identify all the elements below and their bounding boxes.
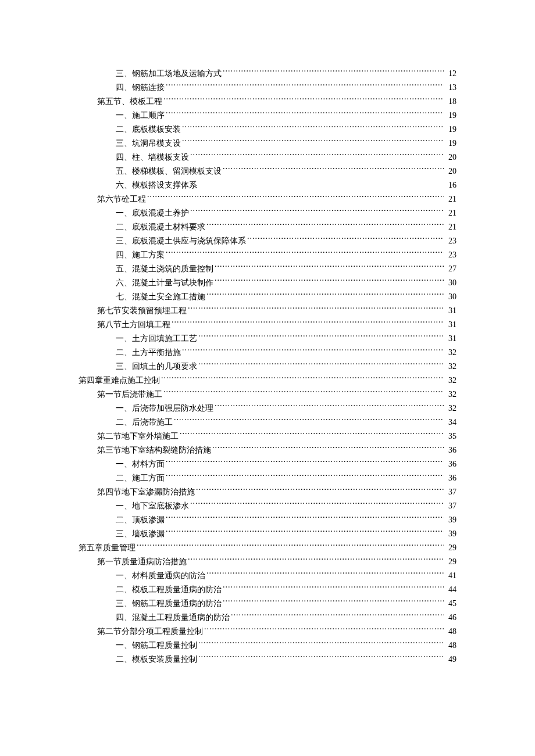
toc-label: 二、模板工程质量通病的防治 — [116, 583, 222, 597]
toc-page-number: 23 — [445, 248, 456, 262]
toc-entry: 二、底板混凝土材料要求21 — [79, 220, 456, 234]
toc-entry: 二、土方平衡措施32 — [79, 346, 456, 360]
toc-page-number: 39 — [445, 527, 456, 541]
toc-page-number: 21 — [445, 220, 456, 234]
toc-leader — [174, 417, 444, 425]
toc-leader — [163, 389, 444, 397]
toc-entry: 二、模板安装质量控制49 — [79, 653, 456, 667]
toc-entry: 第三节地下室结构裂缝防治措施36 — [79, 443, 456, 457]
toc-label: 第二节分部分项工程质量控制 — [97, 625, 203, 639]
toc-label: 三、墙板渗漏 — [116, 527, 165, 541]
toc-page-number: 19 — [445, 123, 456, 137]
toc-entry: 一、底板混凝土养护21 — [79, 206, 456, 220]
toc-leader — [166, 82, 444, 90]
toc-page-number: 31 — [445, 332, 456, 346]
toc-label: 一、底板混凝土养护 — [116, 206, 189, 220]
toc-leader — [166, 528, 444, 536]
toc-page-number: 39 — [445, 513, 456, 527]
toc-leader — [166, 110, 444, 118]
toc-label: 第六节砼工程 — [97, 192, 146, 206]
toc-page-number: 32 — [445, 402, 456, 415]
toc-entry: 一、钢筋工程质量控制48 — [79, 639, 456, 653]
toc-page-number: 36 — [445, 443, 456, 457]
toc-entry: 二、模板工程质量通病的防治44 — [79, 583, 456, 597]
toc-leader — [198, 333, 444, 341]
toc-entry: 七、混凝土安全施工措施30 — [79, 290, 456, 304]
toc-page-number: 48 — [445, 625, 456, 639]
toc-leader — [188, 305, 444, 313]
toc-label: 二、后浇带施工 — [116, 415, 173, 429]
toc-entry: 三、回填土的几项要求32 — [79, 360, 456, 374]
toc-label: 四、柱、墙模板支设 — [116, 151, 189, 164]
toc-leader — [163, 96, 444, 104]
toc-entry: 三、钢筋加工场地及运输方式12 — [79, 67, 456, 81]
toc-page-number: 32 — [445, 388, 456, 402]
toc-label: 六、混凝土计量与试块制作 — [116, 276, 213, 290]
toc-label: 三、回填土的几项要求 — [116, 360, 197, 374]
toc-entry: 第七节安装预留预埋工程31 — [79, 304, 456, 318]
toc-label: 一、施工顺序 — [116, 109, 165, 123]
toc-label: 第四节地下室渗漏防治措施 — [97, 485, 195, 499]
toc-label: 第一节质量通病防治措施 — [97, 555, 187, 569]
toc-leader — [166, 249, 444, 257]
toc-leader — [223, 584, 444, 592]
toc-leader — [147, 194, 444, 202]
toc-entry: 六、模板搭设支撑体系16 — [79, 178, 456, 192]
toc-entry: 二、施工方面36 — [79, 471, 456, 485]
toc-label: 二、施工方面 — [116, 471, 165, 485]
toc-leader — [172, 319, 444, 327]
toc-label: 第五节、模板工程 — [97, 95, 162, 109]
toc-page-number: 29 — [445, 541, 456, 555]
toc-leader — [190, 152, 444, 160]
toc-leader — [180, 431, 444, 439]
toc-entry: 四、施工方案23 — [79, 248, 456, 262]
toc-label: 三、坑洞吊模支设 — [116, 137, 181, 151]
toc-entry: 一、材料质量通病的防治41 — [79, 569, 456, 583]
toc-leader — [161, 375, 444, 383]
toc-label: 四、施工方案 — [116, 248, 165, 262]
toc-page-number: 21 — [445, 192, 456, 206]
toc-entry: 四、混凝土工程质量通病的防治46 — [79, 611, 456, 625]
toc-leader — [223, 166, 444, 174]
toc-entry: 第一节质量通病防治措施29 — [79, 555, 456, 569]
toc-page-number: 20 — [445, 164, 456, 178]
toc-page-number: 44 — [445, 583, 456, 597]
toc-label: 一、材料方面 — [116, 457, 165, 471]
toc-page-number: 27 — [445, 262, 456, 276]
toc-page-number: 18 — [445, 95, 456, 109]
toc-entry: 第五节、模板工程18 — [79, 95, 456, 109]
toc-leader — [247, 235, 444, 243]
toc-label: 一、后浇带加强层防水处理 — [116, 402, 213, 415]
toc-label: 四、钢筋连接 — [116, 81, 165, 95]
toc-label: 三、钢筋加工场地及运输方式 — [116, 67, 222, 81]
toc-entry: 第一节后浇带施工32 — [79, 388, 456, 402]
toc-leader — [166, 472, 444, 481]
toc-leader — [196, 486, 444, 495]
toc-leader — [215, 403, 444, 411]
toc-leader — [204, 626, 444, 634]
toc-leader — [182, 347, 444, 355]
toc-page-number: 32 — [445, 374, 456, 388]
toc-leader — [215, 263, 444, 271]
toc-label: 二、模板安装质量控制 — [116, 653, 197, 667]
toc-label: 第一节后浇带施工 — [97, 388, 162, 402]
toc-entry: 第八节土方回填工程31 — [79, 318, 456, 332]
toc-page-number: 23 — [445, 234, 456, 248]
toc-entry: 三、墙板渗漏39 — [79, 527, 456, 541]
toc-entry: 二、底板模板安装19 — [79, 123, 456, 137]
toc-page-number: 32 — [445, 360, 456, 374]
toc-entry: 一、施工顺序19 — [79, 109, 456, 123]
toc-page-number: 37 — [445, 499, 456, 513]
toc-entry: 三、钢筋工程质量通病的防治45 — [79, 597, 456, 611]
toc-leader — [182, 124, 444, 132]
toc-page-number: 35 — [445, 429, 456, 443]
toc-page-number: 32 — [445, 346, 456, 360]
toc-page-number: 12 — [445, 67, 456, 81]
toc-label: 一、地下室底板渗水 — [116, 499, 189, 513]
toc-label: 第二节地下室外墙施工 — [97, 429, 179, 443]
toc-page-number: 16 — [445, 178, 456, 192]
toc-leader — [212, 445, 444, 453]
toc-leader — [190, 500, 444, 508]
toc-page-number: 30 — [445, 290, 456, 304]
toc-leader — [206, 221, 444, 230]
